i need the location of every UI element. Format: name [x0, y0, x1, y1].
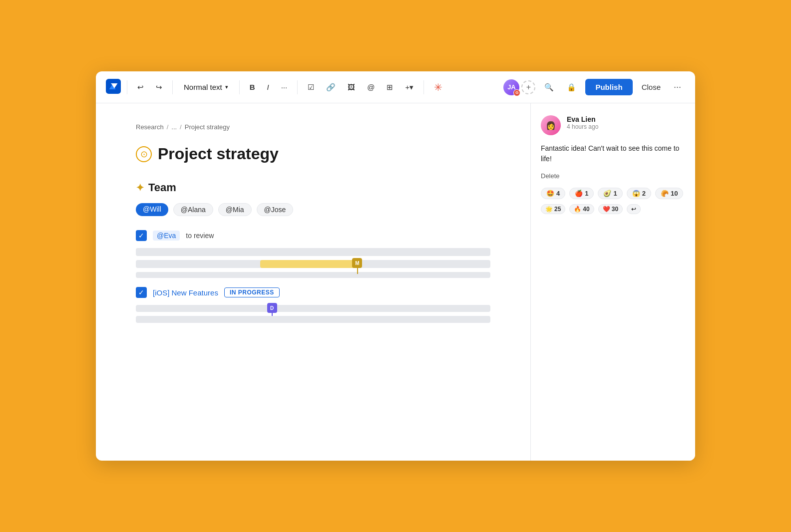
reaction-avocado[interactable]: 🥑 1 [598, 188, 622, 199]
italic-button[interactable]: I [263, 80, 273, 94]
reaction-emoji-4: 😱 [632, 190, 640, 197]
page-title[interactable]: Project strategy [158, 145, 279, 163]
mention-alana[interactable]: @Alana [173, 203, 213, 216]
mention-button[interactable]: @ [363, 80, 379, 94]
checkbox-1[interactable]: ✓ [136, 230, 147, 241]
avatar-emoji: 👩 [546, 121, 556, 130]
gantt-row2-1: D [136, 305, 490, 312]
reaction-sm-1[interactable]: 🌟 25 [541, 204, 565, 214]
page-title-row: ⊙ Project strategy [136, 145, 490, 163]
italic-icon: I [267, 83, 269, 91]
checkbox-icon: ☑ [308, 83, 314, 92]
ai-button[interactable]: ✳ [430, 78, 446, 96]
task-button[interactable]: ☑ [304, 80, 318, 95]
toolbar-divider-5 [423, 80, 424, 94]
mention-will[interactable]: @Will [136, 203, 168, 216]
redo-button[interactable]: ↪ [152, 80, 166, 95]
team-mentions: @Will @Alana @Mia @Jose [136, 203, 490, 216]
reaction-count-1: 4 [556, 190, 560, 197]
team-label: Team [148, 181, 176, 194]
breadcrumb: Research / ... / Project strategy [136, 123, 490, 131]
mention-mia[interactable]: @Mia [218, 203, 252, 216]
undo-button[interactable]: ↩ [133, 80, 148, 95]
table-button[interactable]: ⊞ [383, 80, 397, 95]
reaction-sm-count-3: 30 [612, 206, 618, 213]
image-button[interactable]: 🖼 [344, 80, 359, 94]
ios-task-label[interactable]: [iOS] New Features [153, 288, 218, 297]
editor[interactable]: Research / ... / Project strategy ⊙ Proj… [96, 103, 530, 461]
breadcrumb-ellipsis[interactable]: ... [171, 123, 177, 131]
gantt-marker-d: D [267, 303, 277, 313]
page-title-icon: ⊙ [136, 146, 152, 162]
reaction-emoji-3: 🥑 [603, 190, 611, 197]
reaction-apple[interactable]: 🍎 1 [569, 188, 594, 199]
confluence-logo[interactable] [106, 79, 121, 96]
gantt-row2-2 [136, 316, 490, 323]
insert-button[interactable]: +▾ [401, 80, 417, 95]
reaction-sm-reply[interactable]: ↩ [627, 204, 641, 214]
gantt-marker-m: M [352, 258, 362, 268]
toolbar-right: JA G + 🔍 🔒 Publish Close ··· [503, 79, 685, 95]
comment-header: 👩 Eva Lien 4 hours ago [541, 115, 685, 135]
lock-icon: 🔒 [567, 83, 576, 92]
reaction-sm-count-1: 25 [554, 206, 561, 213]
delete-button[interactable]: Delete [541, 172, 685, 180]
status-badge: IN PROGRESS [224, 287, 280, 297]
toolbar-divider-2 [172, 80, 173, 94]
gantt-area-1: M [136, 248, 490, 278]
reaction-emoji-2: 🍎 [575, 190, 583, 197]
ai-icon: ✳ [434, 81, 442, 93]
task-row-2: ✓ [iOS] New Features IN PROGRESS [136, 287, 490, 298]
at-icon: @ [367, 83, 375, 91]
reaction-star[interactable]: 🤩 4 [541, 188, 565, 199]
gantt-marker-line [357, 268, 358, 274]
reaction-bread[interactable]: 🥐 10 [655, 188, 683, 199]
comment-body: Fantastic idea! Can't wait to see this c… [541, 143, 685, 164]
task-row-1: ✓ @Eva to review [136, 230, 490, 241]
checkbox-2[interactable]: ✓ [136, 287, 147, 298]
link-button[interactable]: 🔗 [322, 80, 340, 95]
mention-jose[interactable]: @Jose [257, 203, 294, 216]
reaction-emoji-5: 🥐 [661, 190, 669, 197]
comment-author: Eva Lien [567, 115, 685, 123]
reaction-count-4: 2 [642, 190, 646, 197]
link-icon: 🔗 [326, 83, 336, 92]
more-options-button[interactable]: ··· [670, 80, 685, 94]
bold-button[interactable]: B [246, 80, 259, 94]
clock-icon: ⊙ [140, 149, 148, 160]
comment-meta: Eva Lien 4 hours ago [567, 115, 685, 130]
reaction-sm-emoji-3: ❤️ [603, 206, 610, 213]
reaction-sm-2[interactable]: 🔥 40 [569, 204, 594, 214]
insert-label: +▾ [405, 83, 413, 92]
bold-icon: B [250, 83, 255, 91]
reaction-sm-3[interactable]: ❤️ 30 [598, 204, 623, 214]
gantt-row-1 [136, 248, 490, 256]
undo-icon: ↩ [137, 83, 144, 92]
reaction-sm-emoji-2: 🔥 [574, 206, 581, 213]
publish-button[interactable]: Publish [585, 79, 632, 95]
collaborators: JA G + [503, 79, 535, 95]
breadcrumb-research[interactable]: Research [136, 123, 164, 131]
gantt-bar-yellow [260, 260, 360, 268]
comment-avatar: 👩 [541, 115, 561, 135]
reactions-row-1: 🤩 4 🍎 1 🥑 1 😱 2 🥐 10 [541, 188, 685, 199]
reaction-count-2: 1 [585, 190, 588, 197]
search-button[interactable]: 🔍 [540, 80, 558, 95]
breadcrumb-sep-1: / [167, 123, 169, 131]
add-collaborator-button[interactable]: + [521, 80, 535, 94]
content-area: Research / ... / Project strategy ⊙ Proj… [96, 103, 695, 461]
close-button[interactable]: Close [638, 80, 665, 94]
text-style-dropdown[interactable]: Normal text ▾ [179, 80, 233, 94]
more-formatting-button[interactable]: ··· [277, 80, 292, 94]
table-icon: ⊞ [387, 83, 393, 92]
reaction-shocked[interactable]: 😱 2 [627, 188, 651, 199]
reaction-count-3: 1 [613, 190, 617, 197]
redo-icon: ↪ [156, 83, 162, 92]
gantt-area-2: D [136, 305, 490, 323]
task-mention-eva[interactable]: @Eva [153, 231, 180, 241]
collaborator-badge: G [513, 89, 520, 96]
lock-button[interactable]: 🔒 [563, 80, 580, 95]
checkmark-icon-2: ✓ [138, 288, 144, 296]
more-icon: ··· [674, 82, 681, 92]
comment-time: 4 hours ago [567, 123, 685, 130]
